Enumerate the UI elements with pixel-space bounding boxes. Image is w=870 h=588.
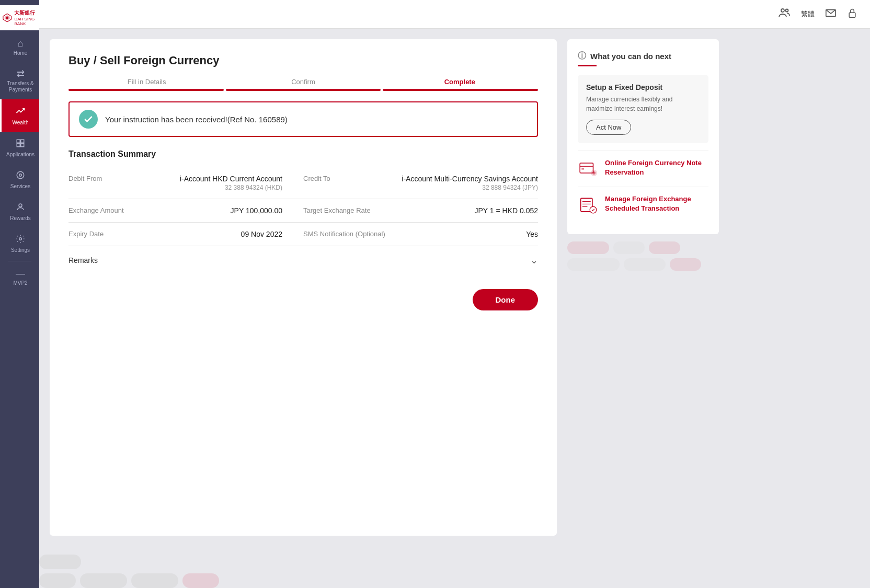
svg-rect-7 — [21, 144, 24, 147]
right-blurred-placeholder — [567, 241, 719, 271]
act-now-button[interactable]: Act Now — [586, 120, 631, 135]
success-checkmark-icon — [79, 110, 98, 129]
sms-value: Yes — [526, 230, 538, 238]
promo-desc: Manage currencies flexibly and maximize … — [586, 95, 700, 113]
sidebar-label-applications: Applications — [6, 152, 35, 158]
sms-cell: SMS Notification (Optional) Yes — [303, 230, 538, 238]
svg-point-3 — [6, 17, 8, 19]
target-rate-label: Target Exchange Rate — [303, 206, 376, 215]
credit-to-label: Credit To — [303, 175, 376, 191]
sms-label: SMS Notification (Optional) — [303, 230, 385, 238]
bank-logo-icon — [2, 10, 12, 25]
steps-bars — [68, 89, 538, 91]
what-next-title: ⓘ What you can do next — [578, 51, 708, 62]
steps-labels: Fill in Details Confirm Complete — [68, 78, 538, 86]
step-bar-2 — [226, 89, 381, 91]
debit-from-label: Debit From — [68, 175, 142, 191]
promo-title: Setup a Fixed Deposit — [586, 83, 700, 91]
remarks-label: Remarks — [68, 256, 98, 264]
debit-from-number: 32 388 94324 (HKD) — [180, 184, 282, 191]
exchange-amount-value: JPY 100,000.00 — [231, 206, 282, 215]
done-button[interactable]: Done — [473, 289, 539, 310]
what-next-divider — [578, 65, 597, 66]
mfx-link-text: Manage Foreign Exchange Scheduled Transa… — [605, 194, 708, 213]
exchange-amount-label: Exchange Amount — [68, 206, 142, 215]
what-next-card: ⓘ What you can do next Setup a Fixed Dep… — [567, 39, 719, 234]
sidebar-label-services: Services — [10, 183, 30, 190]
step-complete: Complete — [382, 78, 538, 86]
expiry-date-cell: Expiry Date 09 Nov 2022 — [68, 230, 303, 238]
content-area: Buy / Sell Foreign Currency Fill in Deta… — [39, 29, 870, 546]
wealth-icon — [15, 106, 26, 118]
lock-icon[interactable] — [847, 7, 857, 21]
sidebar-item-transfers[interactable]: ⇄ Transfers & Payments — [0, 63, 39, 99]
svg-point-12 — [781, 9, 784, 12]
settings-icon — [16, 234, 25, 245]
svg-point-8 — [17, 171, 24, 179]
right-panel: ⓘ What you can do next Setup a Fixed Dep… — [567, 39, 719, 536]
sidebar-item-wealth[interactable]: Wealth — [0, 99, 39, 132]
mfx-icon — [578, 194, 599, 215]
debit-from-cell: Debit From i-Account HKD Current Account… — [68, 175, 303, 191]
sidebar-logo: 大新銀行 DAH SING BANK — [0, 5, 39, 30]
sidebar-item-applications[interactable]: Applications — [0, 132, 39, 164]
main-area: 繁體 Buy / Sell Foreign Currency Fill in D… — [39, 0, 870, 588]
sidebar-item-home[interactable]: ⌂ Home — [0, 32, 39, 63]
mvp2-icon: — — [16, 269, 25, 278]
envelope-icon[interactable] — [825, 7, 837, 21]
promo-card: Setup a Fixed Deposit Manage currencies … — [578, 75, 708, 143]
expiry-date-value: 09 Nov 2022 — [241, 230, 282, 238]
success-box: Your instruction has been received!(Ref … — [68, 101, 538, 137]
steps-wrapper: Fill in Details Confirm Complete — [68, 78, 538, 91]
sidebar-item-settings[interactable]: Settings — [0, 228, 39, 260]
sidebar-item-rewards[interactable]: Rewards — [0, 196, 39, 228]
done-row: Done — [68, 289, 538, 310]
svg-rect-4 — [17, 140, 20, 143]
remarks-row[interactable]: Remarks ⌄ — [68, 246, 538, 274]
bank-name: 大新銀行 DAH SING BANK — [14, 9, 37, 26]
fcn-link-text: Online Foreign Currency Note Reservation — [605, 158, 708, 177]
transfers-icon: ⇄ — [17, 69, 25, 78]
sidebar: 大新銀行 DAH SING BANK ⌂ Home ⇄ Transfers & … — [0, 0, 39, 588]
credit-to-cell: Credit To i-Account Multi-Currency Savin… — [303, 175, 538, 191]
summary-row-accounts: Debit From i-Account HKD Current Account… — [68, 167, 538, 199]
main-card: Buy / Sell Foreign Currency Fill in Deta… — [50, 39, 557, 536]
fcn-link[interactable]: Online Foreign Currency Note Reservation — [578, 151, 708, 187]
mfx-link[interactable]: Manage Foreign Exchange Scheduled Transa… — [578, 187, 708, 223]
summary-row-exchange: Exchange Amount JPY 100,000.00 Target Ex… — [68, 199, 538, 223]
svg-point-10 — [19, 204, 22, 207]
top-header: 繁體 — [39, 0, 870, 29]
svg-point-13 — [786, 9, 788, 11]
svg-rect-18 — [581, 168, 584, 169]
target-rate-value: JPY 1 = HKD 0.052 — [474, 206, 538, 215]
fcn-icon — [578, 158, 599, 179]
language-toggle[interactable]: 繁體 — [801, 9, 815, 19]
summary-row-expiry: Expiry Date 09 Nov 2022 SMS Notification… — [68, 223, 538, 246]
rewards-icon — [16, 202, 25, 213]
exchange-amount-cell: Exchange Amount JPY 100,000.00 — [68, 206, 303, 215]
bottom-placeholder — [39, 555, 870, 588]
svg-rect-6 — [17, 144, 20, 147]
sidebar-label-mvp2: MVP2 — [13, 280, 27, 286]
step-confirm: Confirm — [225, 78, 381, 86]
home-icon: ⌂ — [18, 39, 24, 48]
svg-point-9 — [19, 174, 22, 177]
sidebar-item-mvp2[interactable]: — MVP2 — [0, 262, 39, 293]
svg-rect-5 — [21, 140, 24, 143]
applications-icon — [16, 139, 25, 149]
summary-table: Debit From i-Account HKD Current Account… — [68, 167, 538, 246]
services-icon — [16, 170, 25, 181]
expiry-date-label: Expiry Date — [68, 230, 142, 238]
transaction-summary-title: Transaction Summary — [68, 149, 538, 159]
svg-rect-15 — [849, 13, 855, 17]
credit-to-number: 32 888 94324 (JPY) — [402, 184, 538, 191]
sidebar-item-services[interactable]: Services — [0, 164, 39, 196]
chevron-down-icon: ⌄ — [530, 255, 538, 266]
debit-from-account: i-Account HKD Current Account — [180, 175, 282, 183]
sidebar-label-rewards: Rewards — [10, 215, 30, 222]
target-rate-cell: Target Exchange Rate JPY 1 = HKD 0.052 — [303, 206, 538, 215]
step-fill-details: Fill in Details — [68, 78, 225, 86]
sidebar-label-transfers: Transfers & Payments — [7, 80, 33, 93]
sidebar-label-settings: Settings — [11, 247, 30, 253]
users-icon[interactable] — [778, 7, 791, 22]
